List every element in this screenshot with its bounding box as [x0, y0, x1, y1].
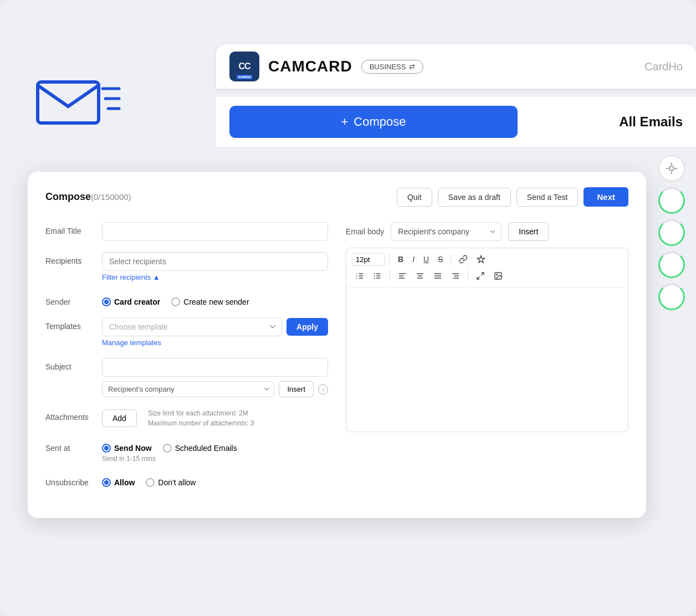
sidebar-icon-1[interactable]	[658, 155, 685, 182]
svg-point-19	[374, 275, 375, 276]
recipients-input[interactable]	[102, 252, 328, 271]
body-recipient-select[interactable]: Recipient's company	[391, 222, 501, 241]
sender-row: Sender Card creator Create new sender	[45, 293, 328, 306]
save-draft-button[interactable]: Save as a draft	[438, 188, 511, 207]
underline-button[interactable]: U	[420, 253, 432, 266]
dont-allow-radio[interactable]	[146, 478, 155, 487]
allow-option[interactable]: Allow	[102, 478, 135, 487]
editor-body[interactable]	[346, 288, 628, 432]
svg-point-36	[497, 274, 498, 275]
allow-radio[interactable]	[102, 478, 111, 487]
subject-recipient-select[interactable]: Recipient's company	[102, 381, 274, 397]
toolbar-sep-4	[468, 270, 468, 281]
dont-allow-option[interactable]: Don't allow	[146, 478, 196, 487]
sender-create-new-option[interactable]: Create new sender	[171, 297, 249, 306]
email-title-label: Email Title	[45, 222, 95, 235]
progress-circle-4	[658, 284, 685, 310]
header-actions: Quit Save as a draft Send a Test Next	[397, 187, 628, 207]
align-justify-button[interactable]	[430, 269, 446, 283]
unsubscribe-wrap: Allow Don't allow	[102, 474, 328, 487]
attachment-info: Size limit for each attachment: 2M Maxim…	[148, 408, 254, 428]
editor-toolbar: 12pt B I U S	[346, 248, 628, 288]
templates-label: Templates	[45, 317, 95, 331]
quit-button[interactable]: Quit	[397, 188, 432, 207]
form-left: Email Title Recipients Filter recipients…	[45, 222, 328, 498]
magic-button[interactable]	[473, 253, 489, 266]
toolbar-sep-1	[390, 254, 390, 265]
sender-wrap: Card creator Create new sender	[102, 293, 328, 306]
toolbar-sep-2	[451, 254, 451, 265]
sent-at-options: Send Now Scheduled Emails	[102, 439, 328, 453]
subject-insert-row: Recipient's company Insert i	[102, 381, 328, 397]
apply-button[interactable]: Apply	[286, 318, 328, 336]
image-button[interactable]	[490, 269, 506, 283]
business-badge[interactable]: BUSINESS ⇄	[361, 60, 424, 74]
strikethrough-button[interactable]: S	[434, 253, 446, 266]
progress-circle-2	[658, 219, 685, 246]
unsubscribe-label: Unsubscribe	[45, 474, 95, 487]
email-title-wrap	[102, 222, 328, 241]
send-now-radio[interactable]	[102, 444, 111, 453]
scheduled-emails-option[interactable]: Scheduled Emails	[163, 444, 237, 453]
sender-card-creator-radio[interactable]	[102, 297, 111, 306]
sender-radio-group: Card creator Create new sender	[102, 293, 328, 306]
next-button[interactable]: Next	[584, 187, 628, 207]
font-size-select[interactable]: 12pt	[352, 253, 385, 266]
dont-allow-label: Don't allow	[158, 478, 196, 487]
bold-button[interactable]: B	[395, 253, 407, 266]
compose-button[interactable]: + Compose	[229, 106, 518, 138]
expand-button[interactable]	[473, 269, 488, 283]
sent-at-wrap: Send Now Scheduled Emails Send in 1-15 m…	[102, 439, 328, 463]
attachments-row: Attachments Add Size limit for each atta…	[45, 408, 328, 428]
scheduled-label: Scheduled Emails	[175, 444, 237, 453]
svg-point-18	[374, 273, 375, 274]
allow-label: Allow	[114, 478, 135, 487]
template-select[interactable]: Choose template	[102, 317, 282, 336]
all-emails-heading: All Emails	[619, 114, 683, 130]
attachments-wrap: Add Size limit for each attachment: 2M M…	[102, 408, 328, 428]
scheduled-radio[interactable]	[163, 444, 172, 453]
subject-input[interactable]	[102, 358, 328, 377]
sender-label: Sender	[45, 293, 95, 306]
svg-line-34	[477, 276, 480, 279]
unordered-list-button[interactable]	[370, 269, 385, 283]
attachments-label: Attachments	[45, 408, 95, 422]
email-editor: 12pt B I U S	[346, 248, 628, 432]
email-icon	[33, 72, 122, 130]
align-left-button[interactable]	[395, 269, 410, 283]
sender-create-new-label: Create new sender	[183, 297, 249, 306]
email-body-header: Email body Recipient's company Insert	[346, 222, 628, 241]
ordered-list-button[interactable]: 1. 2. 3.	[352, 269, 367, 283]
progress-circle-3	[658, 251, 685, 278]
sidebar-icons	[658, 155, 685, 310]
sender-card-creator-option[interactable]: Card creator	[102, 297, 160, 306]
link-button[interactable]	[456, 253, 471, 266]
modal-title: Compose(0/150000)	[45, 191, 131, 203]
send-now-info: Send in 1-15 mins	[102, 455, 328, 463]
filter-recipients-link[interactable]: Filter recipients ▲	[102, 273, 160, 281]
manage-templates-link[interactable]: Manage templates	[102, 338, 328, 347]
subject-label: Subject	[45, 358, 95, 371]
logo-sub: BUSINESS	[237, 75, 253, 79]
svg-text:3.: 3.	[356, 277, 357, 280]
body-insert-button[interactable]: Insert	[508, 222, 549, 241]
subject-info-icon[interactable]: i	[318, 384, 328, 394]
align-right-button[interactable]	[448, 269, 463, 283]
toolbar-row-1: 12pt B I U S	[352, 253, 622, 266]
app-name: CAMCARD	[268, 58, 352, 75]
sender-card-creator-label: Card creator	[114, 297, 160, 306]
send-test-button[interactable]: Send a Test	[516, 188, 579, 207]
sent-at-row: Sent at Send Now Scheduled Emails Send i…	[45, 439, 328, 463]
subject-wrap: Recipient's company Insert i	[102, 358, 328, 397]
email-title-input[interactable]	[102, 222, 328, 241]
italic-button[interactable]: I	[409, 253, 418, 266]
svg-rect-0	[38, 82, 99, 123]
recipients-row: Recipients Filter recipients ▲	[45, 252, 328, 282]
recipients-label: Recipients	[45, 252, 95, 265]
send-now-label: Send Now	[114, 444, 152, 453]
align-center-button[interactable]	[412, 269, 428, 283]
add-attachment-button[interactable]: Add	[102, 409, 137, 427]
sender-create-new-radio[interactable]	[171, 297, 180, 306]
subject-insert-button[interactable]: Insert	[279, 381, 314, 397]
send-now-option[interactable]: Send Now	[102, 444, 152, 453]
